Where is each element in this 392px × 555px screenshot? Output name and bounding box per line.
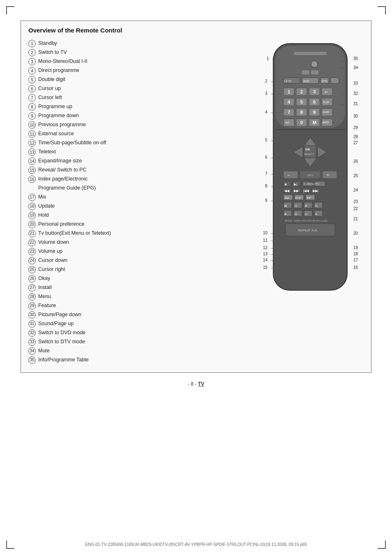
item-label: Mix	[38, 193, 46, 201]
svg-point-69	[311, 61, 318, 67]
item-label: Picture/Page down	[38, 311, 81, 319]
svg-text:27: 27	[353, 141, 358, 145]
item-number: 5	[28, 76, 36, 83]
item-label: Switch to TV	[38, 49, 67, 56]
svg-text:30: 30	[353, 114, 358, 118]
svg-text:0: 0	[300, 120, 303, 125]
item-number: 31	[28, 320, 36, 328]
list-item: 2Switch to TV	[28, 49, 249, 56]
item-label: Cursor up	[38, 85, 61, 92]
svg-text:SUB: SUB	[323, 101, 329, 104]
item-number: 32	[28, 329, 36, 337]
svg-text:19: 19	[353, 245, 358, 250]
svg-text:2: 2	[300, 89, 303, 94]
item-number: 6	[28, 85, 36, 92]
item-label: Time/Sub-page/Subtitle on-off	[38, 139, 106, 147]
item-number: 2	[28, 49, 36, 56]
doc-reference: ENG-01-TV-22856W-1165UK-MB29-UKIDTV-(8SC…	[0, 542, 392, 547]
svg-text:AV: AV	[285, 196, 289, 200]
svg-text:25: 25	[353, 173, 358, 178]
item-label: Volume up	[38, 247, 62, 255]
svg-text:–: –	[288, 173, 290, 177]
svg-rect-119	[284, 171, 298, 178]
svg-rect-75	[331, 78, 339, 83]
svg-text:+/-: +/-	[285, 120, 290, 125]
item-number: 21	[28, 230, 36, 237]
list-item: 10Previous programme	[28, 121, 249, 129]
list-item: 18Update	[28, 202, 249, 210]
remote-control-image: 35 34 33 32 31	[257, 39, 364, 365]
svg-text:13: 13	[263, 252, 268, 256]
item-number: 23	[28, 248, 36, 255]
list-item: 11External source	[28, 130, 249, 138]
svg-text:▶|: ▶|	[294, 183, 297, 186]
item-label: Sound/Page up	[38, 320, 74, 328]
item-label: Previous programme	[38, 121, 86, 129]
list-item: 5Double digit	[28, 76, 249, 83]
item-label: Programme down	[38, 112, 79, 120]
item-number: 28	[28, 293, 36, 301]
svg-text:3: 3	[313, 89, 316, 94]
item-label: Standby	[38, 39, 57, 47]
svg-text:11: 11	[263, 238, 268, 243]
item-label: Direct programme	[38, 67, 79, 74]
section-title: Overview of the Remote Control	[28, 27, 364, 34]
item-label: Switch to DTV mode	[38, 338, 85, 346]
item-number: 1	[28, 40, 36, 47]
list-item: 6Cursor up	[28, 85, 249, 92]
list-item: 15Reveal/ Switch to PC	[28, 166, 249, 174]
svg-text:5: 5	[265, 138, 267, 142]
svg-text:23: 23	[353, 199, 358, 204]
svg-text:14: 14	[263, 258, 268, 262]
svg-text:3: 3	[265, 91, 267, 96]
item-label: External source	[38, 130, 74, 138]
item-number: 29	[28, 302, 36, 310]
content-area: 1Standby2Switch to TV3Mono-Stereo/Dual I…	[28, 39, 364, 365]
svg-text:9: 9	[313, 110, 316, 115]
svg-text:OK: OK	[305, 148, 310, 151]
list-item: 35Info/Programme Table	[28, 356, 249, 364]
item-number: 10	[28, 121, 36, 129]
svg-text:⊡: ⊡	[315, 204, 318, 207]
footer-tv-label: TV	[198, 381, 204, 387]
svg-rect-123	[323, 171, 337, 178]
svg-text:6: 6	[313, 99, 316, 104]
svg-text:2: 2	[265, 79, 267, 83]
item-number: 20	[28, 221, 36, 228]
item-label: Tv button(Exit Menu or Teletext)	[38, 229, 111, 237]
item-label: Menu	[38, 293, 51, 301]
svg-text:▤: ▤	[284, 204, 287, 207]
list-item: 8Programme up	[28, 103, 249, 111]
svg-text:32: 32	[353, 91, 358, 96]
item-number: 14	[28, 157, 36, 165]
list-item: 1Standby	[28, 39, 249, 47]
svg-text:24: 24	[353, 188, 358, 192]
list-item: 25Cursor right	[28, 266, 249, 273]
svg-rect-68	[294, 52, 327, 55]
svg-text:4: 4	[288, 99, 291, 104]
svg-text:PVR/CLOSE: PVR/CLOSE	[314, 220, 327, 222]
list-item: 28Menu	[28, 293, 249, 301]
svg-text:ANG: ANG	[323, 121, 329, 124]
svg-text:31: 31	[353, 102, 358, 106]
svg-text:26: 26	[353, 159, 358, 164]
item-number: 9	[28, 112, 36, 120]
svg-text:35: 35	[353, 56, 358, 61]
list-item: 24Cursor down	[28, 257, 249, 264]
item-number: 3	[28, 58, 36, 65]
svg-text:9: 9	[265, 198, 267, 203]
list-item: 30Picture/Page down	[28, 311, 249, 319]
list-item: 12Time/Sub-page/Subtitle on-off	[28, 139, 249, 147]
item-number: 27	[28, 284, 36, 291]
svg-text:10: 10	[263, 231, 268, 235]
list-item: 34Mute	[28, 347, 249, 355]
svg-text:20: 20	[353, 231, 358, 236]
list-item: 26Okay	[28, 275, 249, 282]
svg-text:DISPLAY: DISPLAY	[294, 220, 304, 222]
item-number: 30	[28, 311, 36, 319]
svg-text:4: 4	[265, 110, 267, 114]
item-number: 12	[28, 139, 36, 147]
item-label: Hold	[38, 211, 49, 219]
svg-text:28: 28	[353, 134, 358, 139]
svg-text:1: 1	[267, 56, 269, 61]
